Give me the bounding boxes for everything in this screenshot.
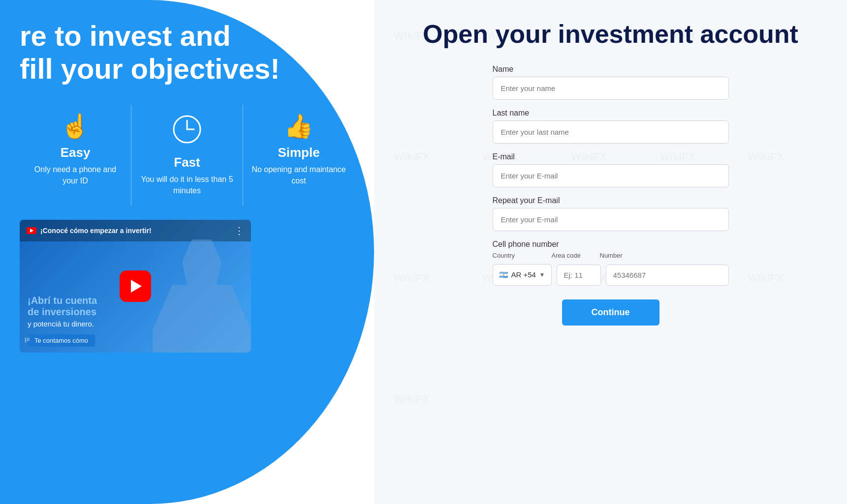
youtube-icon: [27, 227, 36, 234]
hero-line1: re to invest and: [20, 20, 231, 52]
video-header-left: ¡Conocé cómo empezar a invertir!: [27, 227, 152, 235]
video-line3: y potenciá tu dinero.: [28, 320, 97, 328]
email-group: E-mail: [493, 152, 729, 187]
country-code: AR +54: [511, 270, 536, 279]
lastname-input[interactable]: [493, 120, 729, 144]
thumb-icon: 👍: [284, 115, 314, 138]
name-label: Name: [493, 65, 729, 74]
phone-inputs-row: 🇦🇷 AR +54 ▼: [493, 264, 729, 286]
svg-text:WikiFX: WikiFX: [748, 150, 784, 163]
continue-button[interactable]: Continue: [562, 299, 659, 326]
easy-title: Easy: [61, 145, 91, 160]
video-section[interactable]: ¡Conocé cómo empezar a invertir! ⋮ ¡Abrí…: [20, 220, 251, 353]
registration-form: Name Last name E-mail Repeat your E-mail…: [493, 65, 729, 326]
video-options-icon[interactable]: ⋮: [234, 225, 244, 237]
phone-number-input[interactable]: [606, 265, 729, 286]
page-title: Open your investment account: [423, 20, 798, 49]
area-code-input[interactable]: [557, 265, 601, 286]
area-sub-label: Area code: [552, 252, 596, 259]
lastname-group: Last name: [493, 109, 729, 144]
features-row: ☝ Easy Only need a phone and your ID Fas…: [20, 105, 354, 206]
video-header: ¡Conocé cómo empezar a invertir! ⋮: [20, 220, 251, 241]
chevron-down-icon: ▼: [539, 271, 545, 278]
svg-text:WikiFX: WikiFX: [394, 272, 430, 284]
left-panel: re to invest and fill your objectives! ☝…: [0, 0, 374, 504]
video-title: ¡Conocé cómo empezar a invertir!: [40, 227, 152, 235]
clock-icon: [172, 115, 202, 148]
number-sub-label: Number: [600, 252, 623, 259]
feature-fast: Fast You will do it in less than 5 minut…: [131, 105, 243, 206]
video-line2: de inversiones: [28, 306, 97, 318]
video-thumb: ¡Conocé cómo empezar a invertir! ⋮ ¡Abrí…: [20, 220, 251, 353]
hero-line2: fill your objectives!: [20, 53, 280, 85]
video-tag-button[interactable]: Te contamos cómo: [28, 334, 95, 347]
feature-simple: 👍 Simple No opening and maintance cost: [243, 105, 354, 206]
svg-text:WikiFX: WikiFX: [394, 150, 430, 163]
person-silhouette: [153, 239, 251, 353]
fast-title: Fast: [174, 155, 200, 170]
email-label: E-mail: [493, 152, 729, 161]
country-sub-label: Country: [493, 252, 547, 259]
fast-desc: You will do it in less than 5 minutes: [139, 174, 235, 196]
simple-desc: No opening and maintance cost: [251, 164, 347, 186]
hand-icon: ☝: [61, 115, 90, 138]
video-small-label: pi: [25, 335, 30, 343]
video-line1: ¡Abrí tu cuenta: [28, 295, 97, 306]
video-play-button[interactable]: [120, 270, 151, 302]
repeat-email-group: Repeat your E-mail: [493, 196, 729, 231]
repeat-email-input[interactable]: [493, 208, 729, 231]
easy-desc: Only need a phone and your ID: [27, 164, 124, 186]
svg-text:WikiFX: WikiFX: [748, 272, 784, 284]
phone-group: Cell phone number Country Area code Numb…: [493, 240, 729, 286]
simple-title: Simple: [278, 145, 319, 160]
name-group: Name: [493, 65, 729, 100]
lastname-label: Last name: [493, 109, 729, 118]
country-select[interactable]: 🇦🇷 AR +54 ▼: [493, 264, 552, 286]
country-flag: 🇦🇷: [499, 270, 508, 279]
hero-text: re to invest and fill your objectives!: [20, 20, 354, 85]
name-input[interactable]: [493, 77, 729, 100]
feature-easy: ☝ Easy Only need a phone and your ID: [20, 105, 131, 206]
email-input[interactable]: [493, 164, 729, 187]
repeat-email-label: Repeat your E-mail: [493, 196, 729, 205]
phone-label: Cell phone number: [493, 240, 729, 249]
right-panel: WikiFX WikiFX WikiFX WikiFX WikiFX WikiF…: [374, 0, 847, 504]
video-overlay-text: ¡Abrí tu cuenta de inversiones y potenci…: [28, 295, 97, 328]
svg-text:WikiFX: WikiFX: [394, 393, 430, 405]
